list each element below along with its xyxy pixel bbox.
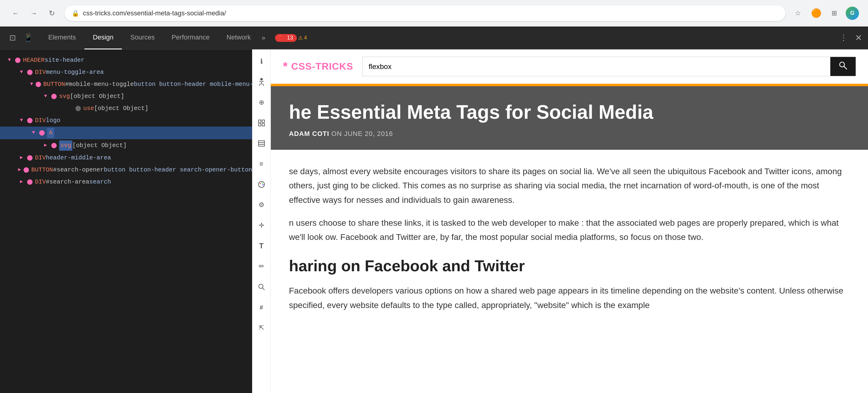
website-area: ℹ ⊕ ≡ ⚙ ✛ T ✏ # ⇱ bbox=[252, 50, 868, 393]
tree-row[interactable]: ▼ HEADER site-header bbox=[0, 54, 252, 66]
forward-button[interactable]: → bbox=[27, 7, 40, 20]
article-body: se days, almost every website encourages… bbox=[271, 150, 868, 327]
logo-asterisk: * bbox=[283, 60, 288, 73]
icon-sidebar: ℹ ⊕ ≡ ⚙ ✛ T ✏ # ⇱ bbox=[252, 50, 271, 393]
tree-class: header-middle-area bbox=[46, 153, 111, 163]
tab-network[interactable]: Network bbox=[218, 27, 259, 50]
sidebar-icon-gamepad[interactable]: ⊕ bbox=[255, 96, 268, 108]
sidebar-icon-accessibility[interactable] bbox=[255, 76, 268, 88]
devtools-device-button[interactable]: 📱 bbox=[22, 31, 35, 44]
sidebar-icon-list[interactable]: ≡ bbox=[255, 158, 268, 170]
svg-point-9 bbox=[260, 183, 261, 184]
more-tabs-button[interactable]: » bbox=[262, 34, 266, 42]
tab-elements[interactable]: Elements bbox=[40, 27, 85, 50]
extension-1-button[interactable]: 🟠 bbox=[809, 7, 823, 20]
devtools-inspect-button[interactable]: ⊡ bbox=[6, 31, 19, 44]
article-paragraph-3: Facebook offers developers various optio… bbox=[289, 284, 850, 312]
tree-row[interactable]: ▼ DIV menu-toggle-area bbox=[0, 66, 252, 78]
triangle-icon: ▶ bbox=[42, 142, 49, 150]
dot-indicator bbox=[75, 106, 81, 111]
dot-indicator bbox=[51, 94, 57, 99]
star-button[interactable]: ☆ bbox=[792, 7, 805, 20]
site-search[interactable] bbox=[362, 57, 856, 76]
sidebar-icon-hash[interactable]: # bbox=[255, 301, 268, 314]
extensions-button[interactable]: ⊞ bbox=[828, 7, 841, 20]
svg-rect-6 bbox=[258, 141, 265, 142]
svg-point-10 bbox=[261, 182, 263, 184]
triangle-icon: ▶ bbox=[18, 178, 25, 186]
tree-class: logo bbox=[46, 116, 60, 125]
nav-buttons: ← → ↻ bbox=[9, 7, 59, 20]
devtools-close-button[interactable]: ✕ bbox=[855, 33, 862, 43]
sidebar-icon-move[interactable]: ✛ bbox=[255, 220, 268, 231]
search-submit-button[interactable] bbox=[830, 57, 856, 76]
dot-indicator bbox=[27, 155, 33, 161]
devtools-more-button[interactable]: ⋮ bbox=[837, 31, 850, 44]
sidebar-icon-palette[interactable] bbox=[255, 178, 268, 191]
dot-indicator bbox=[51, 143, 57, 148]
tree-row[interactable]: ▼ DIV logo bbox=[0, 114, 252, 127]
tree-row[interactable]: ▶ svg [object Object] bbox=[0, 139, 252, 152]
sidebar-icon-settings[interactable]: ⚙ bbox=[255, 199, 268, 211]
svg-point-11 bbox=[262, 184, 264, 185]
svg-line-15 bbox=[844, 66, 847, 69]
triangle-icon: ▶ bbox=[66, 105, 73, 112]
svg-rect-3 bbox=[258, 124, 261, 126]
profile-avatar[interactable]: G bbox=[846, 7, 859, 20]
tree-class: menu-toggle-area bbox=[46, 67, 104, 77]
browser-actions: ☆ 🟠 ⊞ G bbox=[792, 7, 859, 20]
tree-tag: svg bbox=[59, 140, 72, 151]
search-input[interactable] bbox=[363, 57, 830, 76]
sidebar-icon-expand[interactable]: ⇱ bbox=[255, 322, 268, 334]
svg-rect-2 bbox=[262, 120, 265, 122]
tree-tag: DIV bbox=[35, 67, 46, 77]
triangle-icon: ▼ bbox=[30, 129, 37, 137]
tree-id: #mobile-menu-toggle bbox=[65, 79, 134, 89]
tree-row[interactable]: ▼ svg [object Object] bbox=[0, 90, 252, 102]
sidebar-icon-search[interactable] bbox=[255, 281, 268, 293]
address-bar[interactable]: 🔒 css-tricks.com/essential-meta-tags-soc… bbox=[65, 5, 785, 21]
svg-point-12 bbox=[259, 284, 263, 288]
tree-row[interactable]: ▼ BUTTON#mobile-menu-toggle button butto… bbox=[0, 78, 252, 90]
sidebar-icon-pencil[interactable]: ✏ bbox=[255, 260, 268, 272]
tree-tag: DIV bbox=[35, 153, 46, 163]
error-badge: 🚫 13 bbox=[275, 34, 297, 42]
article-paragraph-2: n users choose to share these links, it … bbox=[289, 216, 850, 244]
tree-tag: BUTTON bbox=[31, 165, 53, 175]
tree-id: #search-opener bbox=[53, 165, 104, 175]
sidebar-icon-info[interactable]: ℹ bbox=[255, 56, 268, 67]
triangle-icon: ▼ bbox=[6, 56, 13, 64]
tree-row[interactable]: ▶ DIV#search-area search bbox=[0, 176, 252, 188]
tree-tag: BUTTON bbox=[43, 79, 65, 89]
triangle-icon: ▶ bbox=[18, 154, 25, 162]
tab-performance[interactable]: Performance bbox=[163, 27, 218, 50]
tree-row[interactable]: ▼ A bbox=[0, 127, 252, 139]
tree-text: [object Object] bbox=[94, 104, 148, 113]
dot-indicator bbox=[27, 70, 33, 75]
tree-row[interactable]: ▶ BUTTON#search-opener button button-hea… bbox=[0, 164, 252, 176]
tree-row[interactable]: ▶ DIV header-middle-area bbox=[0, 152, 252, 164]
sidebar-icon-text-size[interactable]: T bbox=[255, 240, 268, 252]
tree-tag: A bbox=[47, 128, 54, 138]
tab-design[interactable]: Design bbox=[85, 27, 122, 50]
sidebar-icon-grid[interactable] bbox=[255, 117, 268, 129]
website-content: * CSS-TRICKS he Essential Meta Tags for … bbox=[271, 50, 868, 393]
back-button[interactable]: ← bbox=[9, 7, 22, 20]
article-meta: ADAM COTI ON JUNE 20, 2016 bbox=[289, 130, 850, 138]
dot-indicator bbox=[39, 130, 44, 136]
reload-button[interactable]: ↻ bbox=[45, 7, 59, 20]
tab-sources[interactable]: Sources bbox=[122, 27, 163, 50]
tree-class: site-header bbox=[44, 56, 85, 65]
tree-text: [object Object] bbox=[72, 141, 127, 151]
svg-rect-7 bbox=[258, 144, 265, 146]
lock-icon: 🔒 bbox=[72, 10, 79, 17]
dot-indicator bbox=[27, 118, 33, 123]
tree-tag: svg bbox=[59, 92, 70, 101]
devtools-panel: ▼ HEADER site-header ▼ DIV menu-toggle-a… bbox=[0, 50, 252, 393]
article-paragraph-1: se days, almost every website encourages… bbox=[289, 164, 850, 207]
tree-row[interactable]: ▶ use [object Object] bbox=[0, 102, 252, 114]
svg-point-8 bbox=[258, 182, 265, 188]
sidebar-icon-layers[interactable] bbox=[255, 137, 268, 150]
dot-indicator bbox=[27, 179, 33, 185]
svg-rect-1 bbox=[258, 120, 261, 122]
